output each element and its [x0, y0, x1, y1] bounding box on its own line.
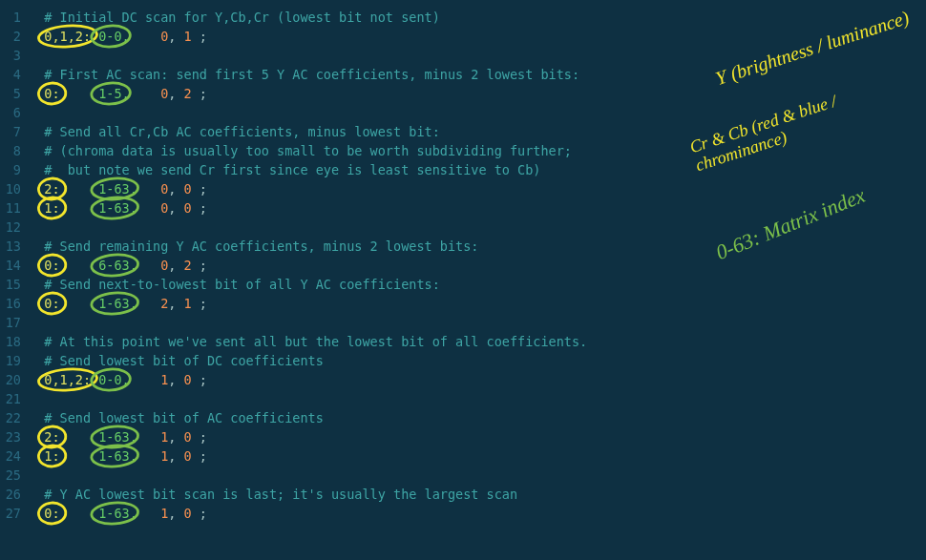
code-content: 2: 1-63, 1, 0 ;	[29, 427, 207, 446]
comment-text: # Send all Cr,Cb AC coefficients, minus …	[29, 124, 440, 139]
code-line: 8 # (chroma data is usually too small to…	[0, 141, 687, 160]
comment-text: # Send lowest bit of AC coefficients	[29, 410, 324, 425]
code-line: 1 # Initial DC scan for Y,Cb,Cr (lowest …	[0, 8, 687, 27]
code-line: 27 0: 1-63, 1, 0 ;	[0, 504, 687, 523]
code-line: 21	[0, 389, 687, 408]
line-number: 8	[0, 141, 29, 160]
code-content: # At this point we've sent all but the l…	[29, 332, 587, 351]
bit-param-b: 0	[184, 181, 192, 197]
code-content: # Send all Cr,Cb AC coefficients, minus …	[29, 122, 440, 141]
bit-param-b: 1	[184, 29, 192, 44]
code-line: 17	[0, 313, 687, 332]
code-line: 15 # Send next-to-lowest bit of all Y AC…	[0, 275, 687, 294]
code-content: 0,1,2: 0-0, 0, 1 ;	[29, 27, 207, 46]
bit-param-b: 0	[184, 372, 192, 387]
code-line: 22 # Send lowest bit of AC coefficients	[0, 408, 687, 427]
code-content: # First AC scan: send first 5 Y AC coeff…	[29, 65, 579, 84]
code-content: # Initial DC scan for Y,Cb,Cr (lowest bi…	[29, 8, 440, 27]
code-line: 19 # Send lowest bit of DC coefficients	[0, 351, 687, 370]
comment-text: # First AC scan: send first 5 Y AC coeff…	[29, 67, 579, 82]
comment-text: # Initial DC scan for Y,Cb,Cr (lowest bi…	[29, 10, 440, 25]
comment-text: # Send next-to-lowest bit of all Y AC co…	[29, 277, 440, 292]
separator: ,	[168, 296, 183, 311]
line-number: 6	[0, 103, 29, 122]
line-number: 12	[0, 218, 29, 237]
coefficient-range: 1-5,	[98, 86, 160, 101]
line-number: 14	[0, 256, 29, 275]
statement-end: ;	[192, 372, 207, 387]
line-number: 3	[0, 46, 29, 65]
code-line: 18 # At this point we've sent all but th…	[0, 332, 687, 351]
line-number: 18	[0, 332, 29, 351]
component-list: 2:	[29, 429, 98, 445]
line-number: 27	[0, 504, 29, 523]
code-line: 3	[0, 46, 687, 65]
comment-text: # Send remaining Y AC coefficients, minu…	[29, 239, 478, 254]
code-content: 1: 1-63, 1, 0 ;	[29, 446, 207, 466]
component-list: 0:	[29, 296, 98, 311]
line-number: 26	[0, 485, 29, 504]
statement-end: ;	[192, 296, 207, 311]
component-list: 2:	[29, 181, 98, 197]
line-number: 21	[0, 389, 29, 408]
line-number: 16	[0, 294, 29, 313]
bit-param-b: 2	[184, 86, 192, 101]
code-line: 10 2: 1-63, 0, 0 ;	[0, 179, 687, 198]
separator: ,	[168, 258, 183, 273]
line-number: 5	[0, 84, 29, 103]
statement-end: ;	[192, 200, 207, 216]
comment-text: # Y AC lowest bit scan is last; it's usu…	[29, 487, 517, 502]
code-line: 20 0,1,2: 0-0, 1, 0 ;	[0, 370, 687, 389]
annotation-matrix-index: 0-63: Matrix index	[713, 186, 868, 263]
code-line: 14 0: 6-63, 0, 2 ;	[0, 256, 687, 275]
coefficient-range: 1-63,	[98, 429, 160, 445]
bit-param-b: 1	[184, 296, 192, 311]
code-content: 1: 1-63, 0, 0 ;	[29, 198, 207, 218]
line-number: 15	[0, 275, 29, 294]
statement-end: ;	[192, 429, 207, 445]
code-line: 26 # Y AC lowest bit scan is last; it's …	[0, 485, 687, 504]
component-list: 1:	[29, 448, 98, 464]
code-line: 11 1: 1-63, 0, 0 ;	[0, 198, 687, 218]
component-list: 0:	[29, 506, 98, 521]
code-line: 25	[0, 466, 687, 485]
bit-param-b: 0	[184, 429, 192, 445]
line-number: 1	[0, 8, 29, 27]
statement-end: ;	[192, 448, 207, 464]
code-content: # Send next-to-lowest bit of all Y AC co…	[29, 275, 440, 294]
coefficient-range: 1-63,	[98, 296, 160, 311]
comment-text: # (chroma data is usually too small to b…	[29, 143, 572, 158]
separator: ,	[168, 448, 183, 464]
code-content: # Send remaining Y AC coefficients, minu…	[29, 237, 478, 256]
component-list: 0:	[29, 258, 98, 273]
coefficient-range: 1-63,	[98, 506, 160, 521]
component-list: 0:	[29, 86, 98, 101]
line-number: 7	[0, 122, 29, 141]
separator: ,	[168, 86, 183, 101]
component-list: 1:	[29, 200, 98, 216]
line-number: 20	[0, 370, 29, 389]
coefficient-range: 1-63,	[98, 448, 160, 464]
code-content: 2: 1-63, 0, 0 ;	[29, 179, 207, 198]
bit-param-b: 0	[184, 506, 192, 521]
comment-text: # At this point we've sent all but the l…	[29, 334, 587, 349]
line-number: 17	[0, 313, 29, 332]
separator: ,	[168, 181, 183, 197]
line-number: 25	[0, 466, 29, 485]
code-content: # Y AC lowest bit scan is last; it's usu…	[29, 485, 517, 504]
code-line: 5 0: 1-5, 0, 2 ;	[0, 84, 687, 103]
line-number: 4	[0, 65, 29, 84]
code-line: 9 # but note we send Cr first since eye …	[0, 160, 687, 179]
line-number: 24	[0, 446, 29, 466]
line-number: 2	[0, 27, 29, 46]
statement-end: ;	[192, 86, 207, 101]
line-number: 23	[0, 427, 29, 446]
statement-end: ;	[192, 258, 207, 273]
statement-end: ;	[192, 181, 207, 197]
separator: ,	[168, 429, 183, 445]
coefficient-range: 1-63,	[98, 181, 160, 197]
coefficient-range: 0-0,	[98, 372, 160, 387]
coefficient-range: 6-63,	[98, 258, 160, 273]
code-line: 2 0,1,2: 0-0, 0, 1 ;	[0, 27, 687, 46]
component-list: 0,1,2:	[29, 29, 98, 44]
